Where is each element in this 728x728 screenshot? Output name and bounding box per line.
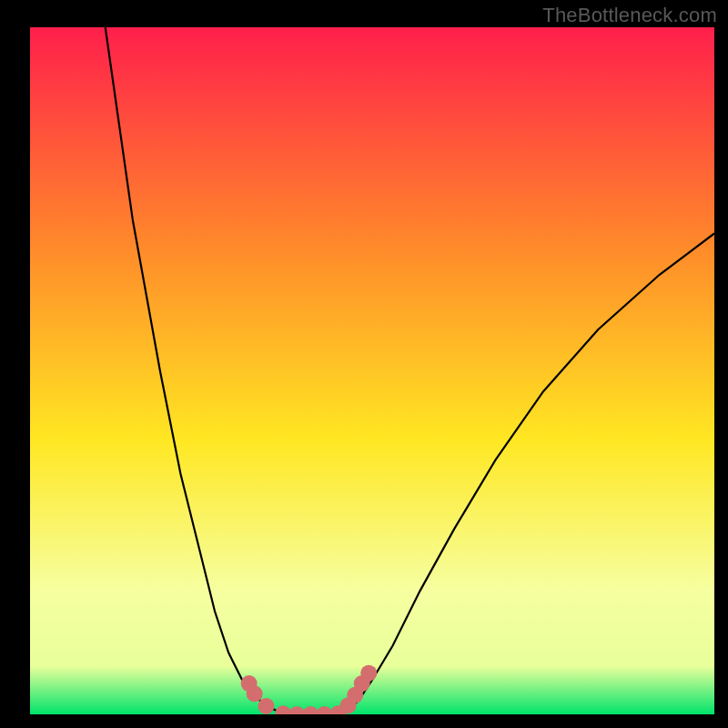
- data-marker: [247, 685, 263, 702]
- data-marker: [258, 698, 274, 714]
- chart-frame: TheBottleneck.com: [0, 0, 728, 728]
- gradient-background: [30, 27, 714, 714]
- data-marker: [360, 665, 377, 682]
- watermark-text: TheBottleneck.com: [542, 4, 717, 27]
- bottleneck-curve-chart: [0, 0, 728, 728]
